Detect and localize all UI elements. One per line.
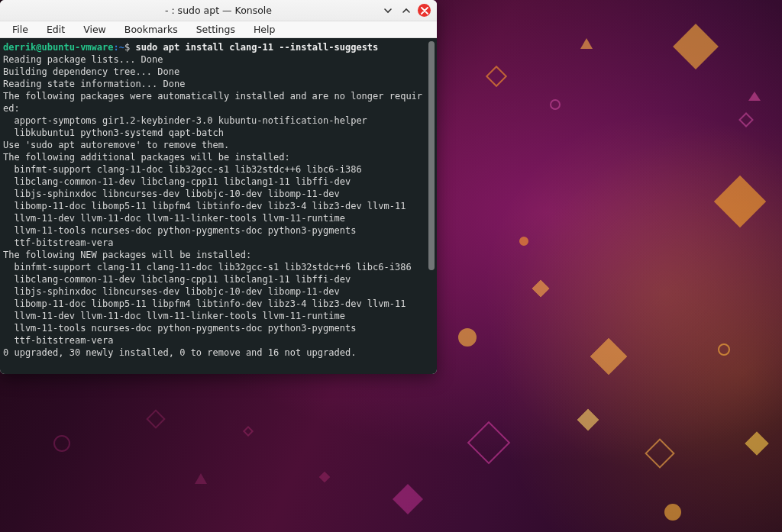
chevron-down-icon — [383, 5, 393, 16]
terminal-line: Building dependency tree... Done — [3, 66, 179, 77]
titlebar[interactable]: - : sudo apt — Konsole — [0, 0, 437, 21]
prompt-path: ~ — [119, 42, 124, 53]
prompt-user: derrik@ubuntu-vmware — [3, 42, 114, 53]
terminal-output[interactable]: derrik@ubuntu-vmware:~$ sudo apt install… — [0, 38, 437, 374]
terminal-line: binfmt-support clang-11-doc lib32gcc-s1 … — [3, 164, 362, 175]
terminal-line: Reading state information... Done — [3, 79, 185, 89]
terminal-scrollbar[interactable] — [428, 41, 435, 270]
terminal-line: ed: — [3, 103, 20, 114]
close-button[interactable] — [418, 4, 431, 17]
menu-view[interactable]: View — [74, 22, 115, 37]
prompt-suffix: $ — [124, 42, 130, 53]
terminal-line: llvm-11-tools ncurses-doc python-pygment… — [3, 323, 356, 334]
terminal-line: libomp-11-doc libomp5-11 libpfm4 libtinf… — [3, 298, 406, 309]
minimize-button[interactable] — [381, 4, 395, 18]
konsole-window: - : sudo apt — Konsole File Edit View Bo… — [0, 0, 437, 374]
terminal-line: libclang-common-11-dev libclang-cpp11 li… — [3, 274, 351, 285]
terminal-line: libomp-11-doc libomp5-11 libpfm4 libtinf… — [3, 201, 406, 211]
prompt-command: sudo apt install clang-11 --install-sugg… — [135, 42, 378, 53]
terminal-line: 0 upgraded, 30 newly installed, 0 to rem… — [3, 347, 356, 358]
terminal-viewport[interactable]: derrik@ubuntu-vmware:~$ sudo apt install… — [0, 38, 437, 374]
terminal-line: The following packages were automaticall… — [3, 91, 422, 102]
terminal-line: llvm-11-dev llvm-11-doc llvm-11-linker-t… — [3, 311, 345, 321]
terminal-line: libjs-sphinxdoc libncurses-dev libobjc-1… — [3, 189, 340, 199]
terminal-line: libclang-common-11-dev libclang-cpp11 li… — [3, 176, 351, 187]
menu-bookmarks[interactable]: Bookmarks — [115, 22, 187, 37]
window-title: - : sudo apt — Konsole — [0, 5, 437, 16]
menu-settings[interactable]: Settings — [187, 22, 244, 37]
terminal-line: binfmt-support clang-11 clang-11-doc lib… — [3, 262, 412, 272]
menu-help[interactable]: Help — [244, 22, 285, 37]
menubar: File Edit View Bookmarks Settings Help — [0, 21, 437, 38]
menu-file[interactable]: File — [3, 22, 37, 37]
desktop-wallpaper: - : sudo apt — Konsole File Edit View Bo… — [0, 0, 782, 532]
terminal-line: ttf-bitstream-vera — [3, 237, 114, 248]
maximize-button[interactable] — [399, 4, 413, 18]
terminal-line: llvm-11-tools ncurses-doc python-pygment… — [3, 225, 356, 236]
terminal-line: The following additional packages will b… — [3, 152, 290, 163]
terminal-line: Reading package lists... Done — [3, 54, 163, 65]
terminal-line: apport-symptoms gir1.2-keybinder-3.0 kub… — [3, 115, 367, 126]
menu-edit[interactable]: Edit — [37, 22, 74, 37]
terminal-line: ttf-bitstream-vera — [3, 335, 114, 346]
terminal-line: Use 'sudo apt autoremove' to remove them… — [3, 140, 229, 150]
close-icon — [421, 7, 428, 15]
terminal-line: libjs-sphinxdoc libncurses-dev libobjc-1… — [3, 286, 340, 297]
terminal-line: llvm-11-dev llvm-11-doc llvm-11-linker-t… — [3, 213, 345, 224]
terminal-line: The following NEW packages will be insta… — [3, 250, 251, 260]
terminal-line: libkubuntu1 python3-systemd qapt-batch — [3, 127, 224, 138]
chevron-up-icon — [401, 5, 412, 16]
